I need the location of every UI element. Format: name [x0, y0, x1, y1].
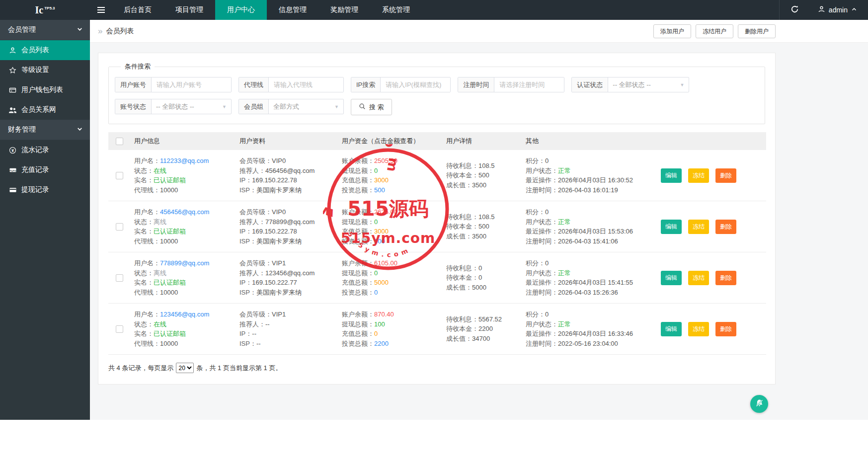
balance-line: 账户余额：6105.00: [342, 258, 443, 268]
balance-value[interactable]: 2625.00: [374, 208, 397, 216]
app-logo[interactable]: IcTP5.3: [0, 0, 90, 20]
principal-value: 0: [478, 274, 482, 281]
page-size-select[interactable]: 20: [176, 363, 194, 373]
recharge-value[interactable]: 0: [374, 330, 378, 337]
username-value[interactable]: 112233@qq.com: [160, 157, 209, 164]
isp-line: ISP：美国南卡罗来纳: [239, 288, 338, 298]
sidebar-group-member-management[interactable]: 会员管理: [0, 20, 90, 40]
regtime-input[interactable]: [494, 78, 564, 92]
search-button[interactable]: 搜 索: [351, 99, 392, 115]
pagination: 共 4 条记录，每页显示 20 条，共 1 页当前显示第 1 页。: [108, 363, 765, 373]
topbar-menu-item-projects[interactable]: 项目管理: [163, 0, 215, 20]
account-input[interactable]: [152, 78, 231, 92]
topbar-menu-item-home[interactable]: 后台首页: [112, 0, 163, 20]
referrer-label: 推荐人：: [239, 320, 265, 328]
chevron-down-icon: ▼: [680, 82, 684, 87]
isp-value: 美国南卡罗来纳: [256, 186, 302, 194]
member-group-label: 会员组: [239, 99, 269, 114]
add-user-button[interactable]: 添加用户: [653, 24, 691, 38]
growth-line: 成长值：3500: [446, 180, 522, 190]
invest-value[interactable]: 500: [374, 186, 385, 194]
row-checkbox[interactable]: [116, 223, 123, 231]
withdraw-value[interactable]: 100: [374, 320, 385, 328]
topbar-menu-item-info[interactable]: 信息管理: [267, 0, 318, 20]
chevron-down-icon: ▼: [334, 104, 339, 109]
state-line: 用户状态：正常: [526, 217, 657, 227]
register-value: 2026-04-03 15:41:06: [558, 237, 618, 245]
edit-button[interactable]: 编辑: [661, 168, 682, 183]
delete-button[interactable]: 删除: [715, 322, 736, 336]
agent_line-line: 代理线：10000: [134, 288, 236, 298]
topbar-menu-item-rewards[interactable]: 奖励管理: [318, 0, 370, 20]
ip-input[interactable]: [381, 78, 450, 92]
sidebar-item-transaction-log[interactable]: ¥流水记录: [0, 140, 90, 160]
cell-actions: 编辑冻结删除: [657, 271, 766, 285]
sidebar-item-member-network[interactable]: 会员关系网: [0, 100, 90, 120]
sidebar-item-user-wallets[interactable]: 用户钱包列表: [0, 80, 90, 100]
edit-button[interactable]: 编辑: [661, 220, 682, 234]
topbar-menu-item-system[interactable]: 系统管理: [370, 0, 422, 20]
delete-user-button[interactable]: 删除用户: [738, 24, 776, 38]
withdraw-value[interactable]: 0: [374, 218, 378, 226]
freeze-button[interactable]: 冻结: [688, 220, 709, 234]
freeze-button[interactable]: 冻结: [688, 168, 709, 183]
user-menu[interactable]: admin: [810, 0, 868, 20]
agent-input[interactable]: [269, 78, 343, 92]
row-checkbox-cell: [108, 274, 130, 282]
isp-line: ISP：美国南卡罗来纳: [239, 236, 338, 246]
row-checkbox[interactable]: [116, 172, 123, 179]
delete-button[interactable]: 删除: [715, 271, 736, 285]
freeze-user-button[interactable]: 冻结用户: [696, 24, 733, 38]
select-all-checkbox[interactable]: [116, 138, 123, 145]
sidebar-item-withdraw-log[interactable]: 提现记录: [0, 180, 90, 200]
ip-label: IP：: [239, 279, 252, 286]
sidebar-item-level-settings[interactable]: 等级设置: [0, 60, 90, 80]
username-value[interactable]: 456456@qq.com: [160, 208, 209, 216]
withdraw-value[interactable]: 0: [374, 167, 378, 174]
sidebar-group-finance-management[interactable]: 财务管理: [0, 120, 90, 140]
recharge-value[interactable]: 5000: [374, 279, 389, 286]
edit-button[interactable]: 编辑: [661, 271, 682, 285]
edit-button[interactable]: 编辑: [661, 322, 682, 336]
sidebar-item-label: 流水记录: [21, 146, 49, 155]
sidebar-item-recharge-log[interactable]: PayPal充值记录: [0, 160, 90, 180]
account-status-select[interactable]: -- 全部状态 -- ▼: [152, 99, 231, 114]
balance-value[interactable]: 2505.50: [374, 157, 397, 164]
mute-notifications-button[interactable]: [750, 395, 768, 413]
invest-value[interactable]: 2200: [374, 340, 389, 347]
freeze-button[interactable]: 冻结: [688, 322, 709, 336]
level-label: 会员等级：: [239, 157, 272, 164]
ip-field-label: IP搜索: [351, 78, 381, 92]
yen-icon: ¥: [8, 147, 17, 154]
recharge-value[interactable]: 3000: [374, 228, 389, 235]
username-value[interactable]: 123456@qq.com: [160, 311, 209, 318]
member-group-select[interactable]: 全部方式 ▼: [269, 99, 343, 114]
ip-line: IP：169.150.222.78: [239, 227, 338, 236]
username-value[interactable]: 778899@qq.com: [160, 259, 209, 267]
row-checkbox[interactable]: [116, 274, 123, 282]
balance-value[interactable]: 870.40: [374, 311, 394, 318]
delete-button[interactable]: 删除: [715, 168, 736, 183]
withdraw-value[interactable]: 0: [374, 269, 378, 277]
page-toolbar: 添加用户 冻结用户 删除用户: [653, 24, 776, 38]
invest-value[interactable]: 500: [374, 237, 385, 245]
topbar-menu-item-user-center[interactable]: 用户中心: [215, 0, 267, 20]
username-label: 用户名：: [134, 157, 160, 164]
refresh-button[interactable]: [779, 0, 810, 20]
sidebar-group-label: 财务管理: [8, 125, 36, 134]
auth-status-select[interactable]: -- 全部状态 -- ▼: [608, 78, 689, 92]
principal-value: 2200: [478, 325, 493, 332]
sidebar-item-member-list[interactable]: 会员列表: [0, 40, 90, 60]
recharge-value[interactable]: 3000: [374, 176, 389, 184]
invest-label: 投资总额：: [342, 186, 374, 194]
invest-value[interactable]: 0: [374, 289, 378, 296]
growth-label: 成长值：: [446, 233, 472, 240]
sidebar-toggle-button[interactable]: [90, 0, 112, 20]
register-value: 2026-04-03 16:01:19: [558, 186, 618, 194]
row-checkbox[interactable]: [116, 325, 123, 333]
referrer-label: 推荐人：: [239, 218, 265, 226]
balance-value[interactable]: 6105.00: [374, 259, 397, 267]
delete-button[interactable]: 删除: [715, 220, 736, 234]
freeze-button[interactable]: 冻结: [688, 271, 709, 285]
points-label: 积分：: [526, 259, 545, 267]
